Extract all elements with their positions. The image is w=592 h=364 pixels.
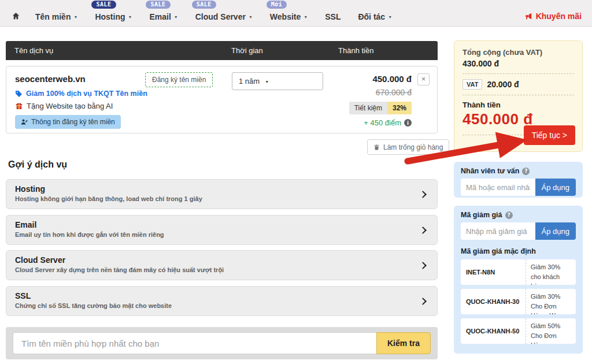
megaphone-icon	[524, 12, 532, 20]
chevron-down-icon: ▼	[304, 14, 308, 19]
savings-percent: 32%	[387, 102, 412, 114]
info-icon[interactable]: i	[404, 119, 412, 127]
advisor-box: Nhân viên tư vấn ? Áp dụng	[454, 162, 583, 198]
service-type-badge: Đăng ký tên miền	[145, 72, 213, 87]
registration-info-button[interactable]: Thông tin đăng ký tên miền	[15, 115, 121, 129]
suggestion-desc: Hosting không giới hạn băng thông, load …	[15, 195, 414, 202]
new-badge: Mới	[267, 1, 287, 9]
cart-table-header: Tên dịch vụ Thời gian Thành tiền	[6, 41, 438, 60]
remove-item-button[interactable]: ×	[417, 73, 430, 86]
info-icon[interactable]: ?	[505, 211, 513, 219]
suggestion-card-email[interactable]: Email Email uy tín hơn khi được gắn với …	[6, 215, 438, 245]
advisor-apply-button[interactable]: Áp dụng	[535, 179, 576, 196]
nav-item-hosting[interactable]: SALE Hosting ▼	[95, 0, 132, 27]
subtotal-value: 430.000 đ	[462, 59, 574, 68]
promo-discount-line[interactable]: Giảm 100% dịch vụ TKQT Tên miền	[15, 90, 147, 98]
empty-cart-button[interactable]: Làm trống giỏ hàng	[367, 139, 449, 155]
sale-badge: SALE	[146, 1, 170, 9]
divider	[462, 95, 574, 95]
suggestion-card-cloud-server[interactable]: Cloud Server Cloud Server xây dựng trên …	[6, 250, 438, 280]
chevron-down-icon: ▼	[265, 79, 269, 84]
user-edit-icon	[21, 118, 28, 125]
promo-gift-line: Tặng Website tạo bằng AI	[15, 102, 113, 110]
savings-badge: Tiết kiệm 32%	[349, 102, 412, 114]
coupon-desc: Giảm 30% cho khách hàng…	[526, 259, 576, 285]
nav-item-cloud-server[interactable]: SALE Cloud Server ▼	[195, 0, 253, 27]
chevron-right-icon	[419, 191, 427, 198]
chevron-down-icon: ▼	[128, 14, 132, 19]
order-summary: Tổng cộng (chưa VAT) 430.000 đ VAT 20.00…	[454, 40, 583, 152]
coupon-code: QUOC-KHANH-30	[461, 289, 526, 314]
reward-points: + 450 điểm i	[364, 118, 412, 127]
home-icon	[12, 12, 20, 20]
column-header-amount: Thành tiền	[338, 46, 373, 55]
coupon-code: INET-N8N	[461, 259, 526, 285]
suggestion-title: SSL	[15, 291, 414, 300]
suggestion-desc: Email uy tín hơn khi được gắn với tên mi…	[15, 231, 414, 238]
coupon-item[interactable]: INET-N8N Giảm 30% cho khách hàng…	[461, 259, 576, 285]
total-label: Thành tiền	[462, 101, 574, 109]
coupon-desc: Giảm 30% Cho Đơn Hàng: W…	[526, 289, 576, 314]
info-icon[interactable]: ?	[522, 168, 530, 175]
cart-item-row: seocenterweb.vn Đăng ký tên miền 1 năm ▼…	[6, 66, 438, 133]
coupon-label: Mã giảm giá	[461, 211, 502, 219]
savings-label: Tiết kiệm	[349, 102, 387, 114]
continue-button[interactable]: Tiếp tục >	[524, 125, 575, 145]
divider	[462, 73, 574, 74]
sale-badge: SALE	[91, 1, 116, 9]
nav-item-partner[interactable]: Đối tác ▼	[358, 0, 392, 27]
nav-item-ssl[interactable]: SSL	[325, 0, 341, 27]
suggestion-card-hosting[interactable]: Hosting Hosting không giới hạn băng thôn…	[6, 179, 438, 209]
suggestion-title: Hosting	[15, 184, 414, 194]
gift-icon	[15, 102, 23, 110]
coupon-code: QUOC-KHANH-50	[461, 318, 526, 344]
chevron-right-icon	[419, 298, 427, 305]
coupon-apply-button[interactable]: Áp dụng	[535, 222, 576, 240]
tag-icon	[15, 90, 23, 98]
suggestion-title: Email	[15, 220, 414, 229]
item-old-price: 670.000 đ	[376, 88, 412, 97]
default-coupons-label: Mã giảm giá mặc định	[461, 247, 576, 255]
suggestion-card-ssl[interactable]: SSL Chứng chỉ số SSL tăng cường bảo mật …	[6, 286, 438, 316]
suggestion-desc: Chứng chỉ số SSL tăng cường bảo mật cho …	[15, 302, 414, 309]
nav-item-domain[interactable]: Tên miền ▼	[35, 0, 77, 27]
chevron-down-icon: ▼	[73, 14, 77, 19]
advisor-label: Nhân viên tư vấn	[461, 167, 519, 175]
domain-name: seocenterweb.vn	[15, 74, 86, 84]
coupon-item[interactable]: QUOC-KHANH-30 Giảm 30% Cho Đơn Hàng: W…	[461, 289, 576, 314]
duration-select[interactable]: 1 năm ▼	[232, 72, 323, 90]
column-header-service: Tên dịch vụ	[14, 46, 53, 55]
chevron-down-icon: ▼	[249, 14, 253, 19]
vat-chip: VAT	[462, 79, 482, 90]
trash-icon	[373, 144, 380, 151]
domain-search-input[interactable]	[13, 332, 376, 354]
suggestion-title: Cloud Server	[15, 255, 414, 265]
coupon-box: Mã giảm giá ? Áp dụng Mã giảm giá mặc đị…	[454, 206, 583, 354]
duration-selected-value: 1 năm	[239, 77, 260, 86]
promotions-link[interactable]: Khuyến mãi	[524, 6, 582, 21]
chevron-right-icon	[419, 262, 427, 269]
domain-check-button[interactable]: Kiểm tra	[376, 332, 431, 354]
home-button[interactable]	[12, 6, 20, 20]
coupon-desc: Giảm 50% Cho Đơn Hàng:…	[526, 318, 576, 344]
advisor-code-input[interactable]	[461, 179, 535, 196]
item-price: 450.000 đ	[372, 74, 412, 84]
chevron-right-icon	[419, 226, 427, 234]
nav-item-website[interactable]: Mới Website ▼	[270, 0, 308, 27]
nav-item-email[interactable]: SALE Email ▼	[149, 0, 177, 27]
coupon-code-input[interactable]	[461, 222, 535, 240]
coupon-item[interactable]: QUOC-KHANH-50 Giảm 50% Cho Đơn Hàng:…	[461, 318, 576, 344]
top-navbar: Tên miền ▼ SALE Hosting ▼ SALE Email ▼ S…	[0, 0, 592, 27]
column-header-duration: Thời gian	[231, 46, 263, 55]
subtotal-label: Tổng cộng (chưa VAT)	[462, 48, 574, 57]
sale-badge: SALE	[192, 1, 216, 9]
domain-search-bar: Kiểm tra	[6, 327, 438, 359]
suggestion-desc: Cloud Server xây dựng trên nền tảng đám …	[15, 266, 414, 273]
chevron-down-icon: ▼	[174, 14, 178, 19]
suggestions-title: Gợi ý dịch vụ	[8, 159, 67, 170]
vat-value: 20.000 đ	[487, 80, 519, 89]
chevron-down-icon: ▼	[388, 14, 392, 19]
